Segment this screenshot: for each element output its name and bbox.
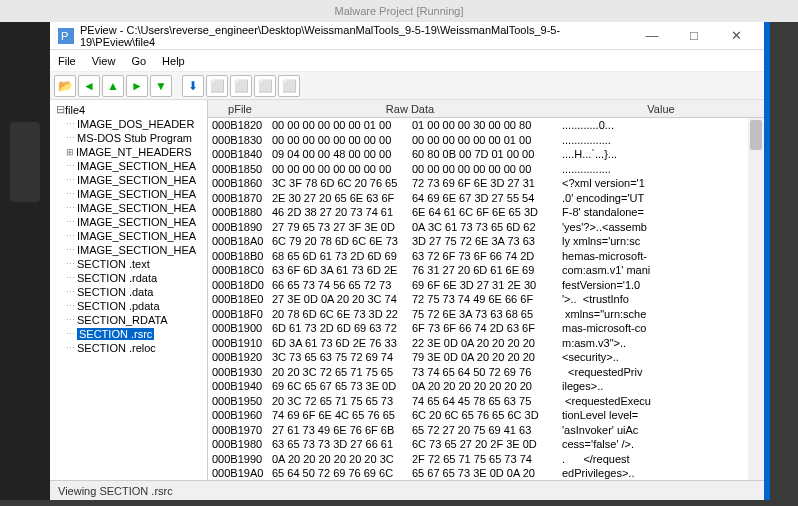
window-title: PEview - C:\Users\reverse_engineer\Deskt… — [80, 24, 632, 48]
svg-text:P: P — [61, 30, 68, 42]
hex-row[interactable]: 000B184009 04 00 00 48 00 00 0060 80 0B … — [208, 147, 764, 162]
menu-go[interactable]: Go — [131, 55, 146, 67]
tree-item-13[interactable]: SECTION .pdata — [52, 299, 205, 313]
tree-item-8[interactable]: IMAGE_SECTION_HEA — [52, 229, 205, 243]
hex-row[interactable]: 000B193020 20 3C 72 65 71 75 6573 74 65 … — [208, 365, 764, 380]
tb-down[interactable]: ▼ — [150, 75, 172, 97]
statusbar: Viewing SECTION .rsrc — [50, 480, 764, 500]
tree-item-0[interactable]: IMAGE_DOS_HEADER — [52, 117, 205, 131]
menu-file[interactable]: File — [58, 55, 76, 67]
tree-item-12[interactable]: SECTION .data — [52, 285, 205, 299]
menu-help[interactable]: Help — [162, 55, 185, 67]
tb-back[interactable]: ◄ — [78, 75, 100, 97]
hex-body[interactable]: 000B182000 00 00 00 00 00 01 0001 00 00 … — [208, 118, 764, 480]
host-background — [0, 22, 50, 500]
peview-window: P PEview - C:\Users\reverse_engineer\Des… — [50, 22, 770, 500]
tb-b4[interactable]: ⬜ — [254, 75, 276, 97]
hex-row[interactable]: 000B19203C 73 65 63 75 72 69 7479 3E 0D … — [208, 350, 764, 365]
col-value[interactable]: Value — [548, 103, 764, 115]
menu-view[interactable]: View — [92, 55, 116, 67]
hex-row[interactable]: 000B19A065 64 50 72 69 76 69 6C65 67 65 … — [208, 466, 764, 480]
maximize-button[interactable]: □ — [674, 23, 714, 49]
tree-item-3[interactable]: IMAGE_SECTION_HEA — [52, 159, 205, 173]
hex-row[interactable]: 000B182000 00 00 00 00 00 01 0001 00 00 … — [208, 118, 764, 133]
menubar: File View Go Help — [50, 50, 764, 72]
tree-item-11[interactable]: SECTION .rdata — [52, 271, 205, 285]
tb-open[interactable]: 📂 — [54, 75, 76, 97]
tb-b2[interactable]: ⬜ — [206, 75, 228, 97]
hex-row[interactable]: 000B188046 2D 38 27 20 73 74 616E 64 61 … — [208, 205, 764, 220]
col-pfile[interactable]: pFile — [208, 103, 272, 115]
hex-row[interactable]: 000B198063 65 73 73 3D 27 66 616C 73 65 … — [208, 437, 764, 452]
app-icon: P — [58, 28, 74, 44]
hex-row[interactable]: 000B19106D 3A 61 73 6D 2E 76 3322 3E 0D … — [208, 336, 764, 351]
tb-b3[interactable]: ⬜ — [230, 75, 252, 97]
hex-row[interactable]: 000B195020 3C 72 65 71 75 65 7374 65 64 … — [208, 394, 764, 409]
hex-header: pFile Raw Data Value — [208, 100, 764, 118]
main-area: file4 IMAGE_DOS_HEADERMS-DOS Stub Progra… — [50, 100, 764, 480]
tree-item-1[interactable]: MS-DOS Stub Program — [52, 131, 205, 145]
col-raw[interactable]: Raw Data — [272, 103, 548, 115]
vm-outer-titlebar: Malware Project [Running] — [0, 0, 798, 22]
hex-row[interactable]: 000B18E027 3E 0D 0A 20 20 3C 7472 75 73 … — [208, 292, 764, 307]
close-button[interactable]: ✕ — [716, 23, 756, 49]
hex-row[interactable]: 000B18D066 65 73 74 56 65 72 7369 6F 6E … — [208, 278, 764, 293]
hex-row[interactable]: 000B19900A 20 20 20 20 20 20 3C2F 72 65 … — [208, 452, 764, 467]
tb-up[interactable]: ▲ — [102, 75, 124, 97]
tb-b5[interactable]: ⬜ — [278, 75, 300, 97]
hex-row[interactable]: 000B18F020 78 6D 6C 6E 73 3D 2275 72 6E … — [208, 307, 764, 322]
tree-root[interactable]: file4 — [52, 102, 205, 117]
tree-item-6[interactable]: IMAGE_SECTION_HEA — [52, 201, 205, 215]
titlebar[interactable]: P PEview - C:\Users\reverse_engineer\Des… — [50, 22, 764, 50]
vm-title-text: Malware Project [Running] — [334, 5, 463, 17]
hex-row[interactable]: 000B194069 6C 65 67 65 73 3E 0D0A 20 20 … — [208, 379, 764, 394]
tb-b1[interactable]: ⬇ — [182, 75, 204, 97]
hex-row[interactable]: 000B18A06C 79 20 78 6D 6C 6E 733D 27 75 … — [208, 234, 764, 249]
hex-row[interactable]: 000B19006D 61 73 2D 6D 69 63 726F 73 6F … — [208, 321, 764, 336]
hex-row[interactable]: 000B18B068 65 6D 61 73 2D 6D 6963 72 6F … — [208, 249, 764, 264]
tree-item-7[interactable]: IMAGE_SECTION_HEA — [52, 215, 205, 229]
tree-item-5[interactable]: IMAGE_SECTION_HEA — [52, 187, 205, 201]
scrollbar-thumb[interactable] — [750, 120, 762, 150]
tree-item-10[interactable]: SECTION .text — [52, 257, 205, 271]
hex-row[interactable]: 000B185000 00 00 00 00 00 00 0000 00 00 … — [208, 162, 764, 177]
tree-item-14[interactable]: SECTION_RDATA — [52, 313, 205, 327]
hex-row[interactable]: 000B196074 69 6F 6E 4C 65 76 656C 20 6C … — [208, 408, 764, 423]
tree-item-15[interactable]: SECTION .rsrc — [52, 327, 205, 341]
hex-row[interactable]: 000B18702E 30 27 20 65 6E 63 6F64 69 6E … — [208, 191, 764, 206]
toolbar: 📂 ◄ ▲ ► ▼ ⬇ ⬜ ⬜ ⬜ ⬜ — [50, 72, 764, 100]
tree-item-4[interactable]: IMAGE_SECTION_HEA — [52, 173, 205, 187]
hex-row[interactable]: 000B197027 61 73 49 6E 76 6F 6B65 72 27 … — [208, 423, 764, 438]
hex-row[interactable]: 000B189027 79 65 73 27 3F 3E 0D0A 3C 61 … — [208, 220, 764, 235]
vertical-scrollbar[interactable] — [748, 118, 764, 480]
hex-row[interactable]: 000B183000 00 00 00 00 00 00 0000 00 00 … — [208, 133, 764, 148]
tree-item-2[interactable]: IMAGE_NT_HEADERS — [52, 145, 205, 159]
tb-fwd[interactable]: ► — [126, 75, 148, 97]
hex-row[interactable]: 000B18C063 6F 6D 3A 61 73 6D 2E76 31 27 … — [208, 263, 764, 278]
status-text: Viewing SECTION .rsrc — [58, 485, 173, 497]
hex-row[interactable]: 000B18603C 3F 78 6D 6C 20 76 6572 73 69 … — [208, 176, 764, 191]
minimize-button[interactable]: — — [632, 23, 672, 49]
tree-item-9[interactable]: IMAGE_SECTION_HEA — [52, 243, 205, 257]
tree-panel: file4 IMAGE_DOS_HEADERMS-DOS Stub Progra… — [50, 100, 208, 480]
hex-panel: pFile Raw Data Value 000B182000 00 00 00… — [208, 100, 764, 480]
tree-item-16[interactable]: SECTION .reloc — [52, 341, 205, 355]
